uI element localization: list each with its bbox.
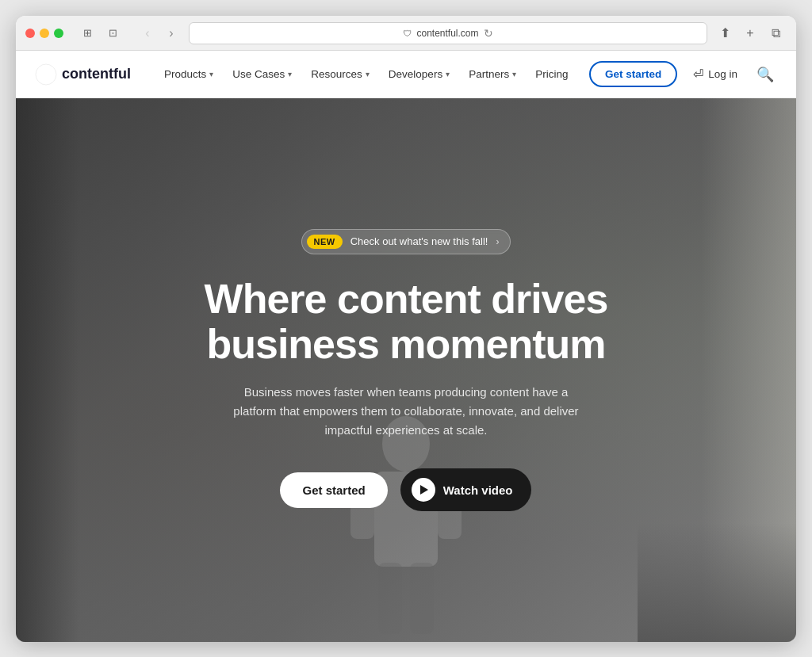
new-badge[interactable]: New Check out what's new this fall! › bbox=[301, 229, 511, 254]
sidebar-toggle-button[interactable]: ⊞ bbox=[76, 25, 98, 41]
fireplace-decoration bbox=[638, 523, 796, 642]
toolbar-right: ⬆ + ⧉ bbox=[714, 23, 787, 44]
maximize-button[interactable] bbox=[54, 29, 63, 38]
address-bar[interactable]: 🛡 contentful.com ↻ bbox=[189, 22, 707, 44]
watch-video-button[interactable]: Watch video bbox=[400, 468, 532, 511]
play-circle bbox=[412, 478, 435, 502]
svg-point-1 bbox=[42, 71, 50, 78]
get-started-hero-button[interactable]: Get started bbox=[280, 472, 387, 508]
website: contentful Products ▾ Use Cases ▾ Resour… bbox=[16, 51, 796, 642]
nav-items: Products ▾ Use Cases ▾ Resources ▾ Devel… bbox=[156, 63, 589, 85]
nav-item-use-cases[interactable]: Use Cases ▾ bbox=[224, 63, 300, 85]
hero-buttons: Get started Watch video bbox=[205, 468, 608, 511]
minimize-button[interactable] bbox=[40, 29, 49, 38]
hero-content: New Check out what's new this fall! › Wh… bbox=[189, 213, 624, 527]
chevron-down-icon: ▾ bbox=[446, 70, 450, 78]
new-badge-container: New Check out what's new this fall! › bbox=[205, 229, 608, 254]
play-icon bbox=[420, 485, 428, 495]
nav-right: Get started ⏎ Log in 🔍 bbox=[589, 61, 777, 87]
hero-title: Where content drives business momentum bbox=[205, 277, 608, 367]
hero-section: New Check out what's new this fall! › Wh… bbox=[16, 98, 796, 642]
login-button[interactable]: ⏎ Log in bbox=[687, 62, 744, 86]
share-button[interactable]: ⬆ bbox=[714, 23, 736, 44]
chevron-down-icon: ▾ bbox=[366, 70, 370, 78]
chevron-down-icon: ▾ bbox=[209, 70, 213, 78]
search-icon: 🔍 bbox=[756, 67, 774, 82]
window-controls: ⊞ ⊡ bbox=[76, 25, 124, 41]
chevron-down-icon: ▾ bbox=[512, 70, 516, 78]
new-tag: New bbox=[307, 235, 343, 249]
svg-rect-6 bbox=[378, 563, 402, 634]
logo-icon bbox=[35, 63, 57, 86]
site-nav: contentful Products ▾ Use Cases ▾ Resour… bbox=[16, 51, 796, 98]
traffic-lights bbox=[25, 29, 63, 38]
reload-button[interactable]: ↻ bbox=[484, 27, 493, 40]
forward-button[interactable]: › bbox=[160, 23, 182, 44]
nav-item-partners[interactable]: Partners ▾ bbox=[461, 63, 524, 85]
tab-overview-button[interactable]: ⊡ bbox=[102, 25, 124, 41]
logo[interactable]: contentful bbox=[35, 63, 131, 86]
logo-text: contentful bbox=[62, 66, 131, 82]
svg-rect-7 bbox=[410, 563, 434, 634]
chevron-right-icon: › bbox=[496, 236, 499, 247]
back-button[interactable]: ‹ bbox=[136, 23, 159, 44]
url-text: contentful.com bbox=[416, 28, 478, 39]
nav-item-pricing[interactable]: Pricing bbox=[527, 63, 576, 85]
windows-button[interactable]: ⧉ bbox=[764, 23, 787, 44]
nav-item-products[interactable]: Products ▾ bbox=[156, 63, 221, 85]
lock-icon: 🛡 bbox=[403, 29, 412, 38]
browser-window: ⊞ ⊡ ‹ › 🛡 contentful.com ↻ ⬆ + ⧉ bbox=[16, 16, 796, 642]
nav-item-developers[interactable]: Developers ▾ bbox=[381, 63, 458, 85]
window-frame-left bbox=[16, 98, 79, 642]
hero-subtitle: Business moves faster when teams produci… bbox=[224, 383, 588, 440]
search-button[interactable]: 🔍 bbox=[753, 63, 777, 86]
new-tab-button[interactable]: + bbox=[739, 23, 761, 44]
nav-item-resources[interactable]: Resources ▾ bbox=[303, 63, 377, 85]
login-icon: ⏎ bbox=[693, 67, 703, 82]
address-bar-container: 🛡 contentful.com ↻ bbox=[189, 22, 707, 44]
close-button[interactable] bbox=[25, 29, 35, 38]
nav-buttons: ‹ › bbox=[136, 23, 182, 44]
chevron-down-icon: ▾ bbox=[288, 70, 292, 78]
new-badge-text: Check out what's new this fall! bbox=[350, 235, 488, 247]
get-started-nav-button[interactable]: Get started bbox=[589, 61, 677, 87]
title-bar: ⊞ ⊡ ‹ › 🛡 contentful.com ↻ ⬆ + ⧉ bbox=[16, 16, 796, 51]
